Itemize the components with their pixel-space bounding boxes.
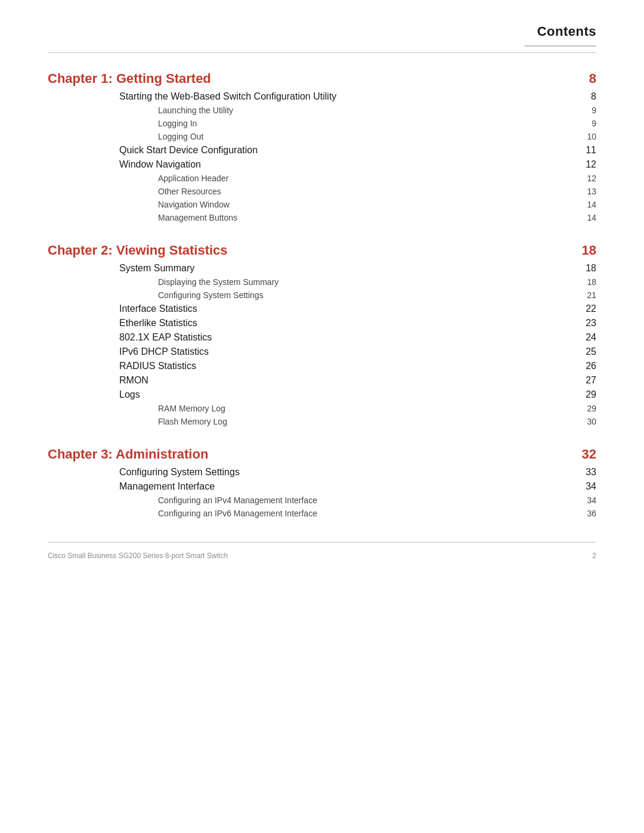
section-ch2-s4-page: 24: [572, 332, 596, 343]
section-ch1-s3-page: 12: [572, 159, 596, 170]
section-ch1-s3-sub4-page: 14: [572, 213, 596, 222]
section-ch3-s2-sub1-title: Configuring an IPv4 Management Interface: [158, 496, 317, 505]
section-ch1-s1-sub3-page: 10: [572, 132, 596, 141]
section-ch2-s8-sub1-title: RAM Memory Log: [158, 404, 225, 413]
page-header: Contents: [0, 0, 644, 45]
section-ch1-s3-title: Window Navigation: [119, 159, 201, 170]
page-footer: Cisco Small Business SG200 Series 8-port…: [0, 552, 644, 560]
section-ch2-s3-title: Etherlike Statistics: [119, 318, 197, 329]
gap-2: [48, 430, 596, 447]
section-ch1-s1-sub2-title: Logging In: [158, 119, 197, 128]
chapter-3-title: Chapter 3: Administration: [48, 447, 208, 462]
section-ch1-s1-sub1-page: 9: [572, 106, 596, 115]
section-ch1-s3-sub2-page: 13: [572, 187, 596, 196]
section-ch2-s8-sub2-title: Flash Memory Log: [158, 417, 227, 426]
section-ch2-s4: 802.1X EAP Statistics 24: [48, 332, 596, 343]
chapter-2-entry: Chapter 2: Viewing Statistics 18: [48, 243, 596, 258]
section-ch1-s1-sub1-title: Launching the Utility: [158, 106, 233, 115]
section-ch2-s5-title: IPv6 DHCP Statistics: [119, 346, 209, 357]
chapter-2-title: Chapter 2: Viewing Statistics: [48, 243, 228, 258]
contents-title: Contents: [537, 24, 596, 39]
section-ch1-s3-sub2-title: Other Resources: [158, 187, 221, 196]
section-ch1-s1-sub2: Logging In 9: [48, 119, 596, 128]
bottom-divider: [48, 542, 596, 543]
section-ch1-s1-title: Starting the Web-Based Switch Configurat…: [119, 91, 336, 102]
footer-left-text: Cisco Small Business SG200 Series 8-port…: [48, 552, 228, 560]
section-ch1-s3-sub3: Navigation Window 14: [48, 200, 596, 209]
section-ch1-s1: Starting the Web-Based Switch Configurat…: [48, 91, 596, 102]
section-ch2-s1-sub2: Configuring System Settings 21: [48, 290, 596, 300]
section-ch3-s1-page: 33: [572, 467, 596, 478]
section-ch2-s2-title: Interface Statistics: [119, 304, 197, 314]
gap-1: [48, 226, 596, 243]
section-ch3-s2-sub2-page: 36: [572, 509, 596, 518]
toc-content: Chapter 1: Getting Started 8 Starting th…: [0, 71, 644, 518]
section-ch1-s3-sub1: Application Header 12: [48, 174, 596, 183]
chapter-1-page: 8: [572, 71, 596, 86]
section-ch3-s2-sub2-title: Configuring an IPv6 Management Interface: [158, 509, 317, 518]
section-ch2-s7: RMON 27: [48, 375, 596, 386]
chapter-3-entry: Chapter 3: Administration 32: [48, 447, 596, 462]
section-ch1-s3-sub1-title: Application Header: [158, 174, 228, 183]
section-ch2-s3: Etherlike Statistics 23: [48, 318, 596, 329]
section-ch2-s1: System Summary 18: [48, 263, 596, 274]
section-ch3-s2-sub2: Configuring an IPv6 Management Interface…: [48, 509, 596, 518]
top-divider: [48, 52, 596, 53]
section-ch1-s3: Window Navigation 12: [48, 159, 596, 170]
section-ch3-s2-page: 34: [572, 481, 596, 492]
section-ch1-s3-sub4: Management Buttons 14: [48, 213, 596, 222]
section-ch1-s3-sub3-title: Navigation Window: [158, 200, 230, 209]
section-ch1-s1-sub1: Launching the Utility 9: [48, 106, 596, 115]
section-ch1-s3-sub1-page: 12: [572, 174, 596, 183]
chapter-3-page: 32: [572, 447, 596, 462]
section-ch2-s1-sub1-title: Displaying the System Summary: [158, 277, 278, 287]
section-ch2-s8-page: 29: [572, 389, 596, 400]
section-ch2-s2-page: 22: [572, 304, 596, 314]
page: Contents Chapter 1: Getting Started 8 St…: [0, 0, 644, 833]
section-ch3-s2: Management Interface 34: [48, 481, 596, 492]
section-ch3-s2-sub1-page: 34: [572, 496, 596, 505]
section-ch2-s8: Logs 29: [48, 389, 596, 400]
section-ch2-s6-title: RADIUS Statistics: [119, 361, 196, 371]
section-ch2-s1-sub2-page: 21: [572, 290, 596, 300]
chapter-2-page: 18: [572, 243, 596, 258]
section-ch1-s2: Quick Start Device Configuration 11: [48, 145, 596, 156]
section-ch3-s2-title: Management Interface: [119, 481, 215, 492]
section-ch1-s1-sub2-page: 9: [572, 119, 596, 128]
header-underline: [0, 45, 644, 47]
section-ch2-s7-page: 27: [572, 375, 596, 386]
chapter-1-entry: Chapter 1: Getting Started 8: [48, 71, 596, 86]
section-ch2-s4-title: 802.1X EAP Statistics: [119, 332, 212, 343]
section-ch2-s7-title: RMON: [119, 375, 148, 386]
section-ch1-s3-sub2: Other Resources 13: [48, 187, 596, 196]
section-ch2-s8-sub1-page: 29: [572, 404, 596, 413]
section-ch2-s6: RADIUS Statistics 26: [48, 361, 596, 371]
footer-page-number: 2: [592, 552, 596, 560]
section-ch2-s1-title: System Summary: [119, 263, 194, 274]
section-ch2-s1-sub1-page: 18: [572, 277, 596, 287]
section-ch2-s3-page: 23: [572, 318, 596, 329]
section-ch1-s1-sub3-title: Logging Out: [158, 132, 203, 141]
section-ch2-s6-page: 26: [572, 361, 596, 371]
section-ch2-s5: IPv6 DHCP Statistics 25: [48, 346, 596, 357]
section-ch2-s1-page: 18: [572, 263, 596, 274]
section-ch2-s5-page: 25: [572, 346, 596, 357]
section-ch3-s1: Configuring System Settings 33: [48, 467, 596, 478]
section-ch1-s1-sub3: Logging Out 10: [48, 132, 596, 141]
section-ch2-s2: Interface Statistics 22: [48, 304, 596, 314]
section-ch2-s8-sub1: RAM Memory Log 29: [48, 404, 596, 413]
section-ch2-s1-sub2-title: Configuring System Settings: [158, 290, 264, 300]
header-underline-bar: [525, 45, 596, 47]
section-ch1-s3-sub4-title: Management Buttons: [158, 213, 237, 222]
section-ch2-s8-sub2-page: 30: [572, 417, 596, 426]
section-ch1-s2-title: Quick Start Device Configuration: [119, 145, 258, 156]
chapter-1-title: Chapter 1: Getting Started: [48, 71, 211, 86]
section-ch2-s8-sub2: Flash Memory Log 30: [48, 417, 596, 426]
section-ch1-s1-page: 8: [572, 91, 596, 102]
section-ch3-s2-sub1: Configuring an IPv4 Management Interface…: [48, 496, 596, 505]
section-ch3-s1-title: Configuring System Settings: [119, 467, 240, 478]
section-ch1-s3-sub3-page: 14: [572, 200, 596, 209]
section-ch1-s2-page: 11: [572, 145, 596, 156]
section-ch2-s1-sub1: Displaying the System Summary 18: [48, 277, 596, 287]
section-ch2-s8-title: Logs: [119, 389, 140, 400]
